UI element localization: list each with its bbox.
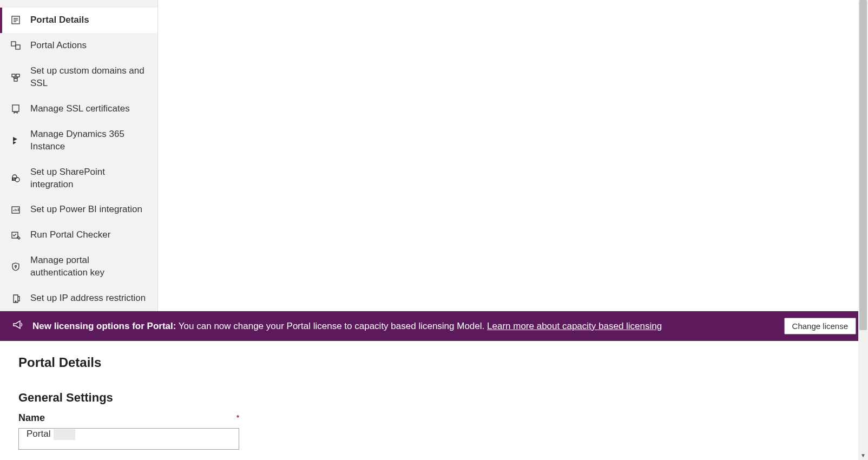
scrollbar-thumb[interactable] <box>859 0 867 330</box>
svg-rect-4 <box>11 42 16 46</box>
svg-rect-13 <box>12 105 19 111</box>
sidebar-item-label: Run Portal Checker <box>26 229 147 241</box>
ip-restriction-icon <box>11 294 26 304</box>
banner-bold: New licensing options for Portal: <box>32 321 176 331</box>
sidebar-item-label: Set up custom domains and SSL <box>26 65 147 90</box>
shield-icon <box>11 262 26 272</box>
sidebar-item-portal-details[interactable]: Portal Details <box>0 8 157 33</box>
details-icon <box>11 15 26 25</box>
required-star-icon: * <box>236 413 239 422</box>
svg-point-15 <box>15 178 19 182</box>
sidebar-item-powerbi[interactable]: Set up Power BI integration <box>0 197 157 222</box>
sidebar-item-custom-domains[interactable]: Set up custom domains and SSL <box>0 58 157 96</box>
sidebar-item-label: Manage SSL certificates <box>26 103 147 115</box>
sidebar-item-label: Set up Power BI integration <box>26 203 147 216</box>
sidebar-item-dynamics-instance[interactable]: Manage Dynamics 365 Instance <box>0 122 157 160</box>
sidebar-item-portal-actions[interactable]: Portal Actions <box>0 33 157 58</box>
megaphone-icon <box>12 319 24 333</box>
main-content: New licensing options for Portal: You ca… <box>0 311 868 460</box>
banner-body: You can now change your Portal license t… <box>176 321 487 331</box>
general-settings-title: General Settings <box>18 391 850 405</box>
sidebar-item-label: Set up SharePoint integration <box>26 166 147 191</box>
name-input[interactable]: Portal <box>18 428 239 450</box>
dynamics-icon <box>11 136 26 146</box>
checker-icon <box>11 231 26 240</box>
redacted-block <box>54 429 75 440</box>
svg-rect-7 <box>16 74 19 77</box>
sharepoint-icon: S <box>11 174 26 183</box>
sidebar: Portal Details Portal Actions Set up cus… <box>0 0 158 311</box>
sidebar-item-label: Portal Actions <box>26 40 147 52</box>
svg-point-24 <box>15 266 17 267</box>
name-label: Name * <box>18 412 239 424</box>
actions-icon <box>11 41 26 50</box>
sidebar-item-sharepoint[interactable]: S Set up SharePoint integration <box>0 160 157 198</box>
svg-rect-8 <box>14 78 17 81</box>
powerbi-icon <box>11 205 26 215</box>
scroll-down-arrow-icon[interactable]: ▼ <box>858 450 868 460</box>
vertical-scrollbar[interactable]: ▼ <box>858 0 868 460</box>
certificate-icon <box>11 104 26 114</box>
sidebar-item-portal-checker[interactable]: Run Portal Checker <box>0 222 157 248</box>
domains-icon <box>11 73 26 82</box>
sidebar-item-label: Manage Dynamics 365 Instance <box>26 128 147 153</box>
sidebar-item-auth-key[interactable]: Manage portal authentication key <box>0 248 157 286</box>
sidebar-item-label: Set up IP address restriction <box>26 292 147 305</box>
svg-rect-6 <box>12 74 15 77</box>
page-title: Portal Details <box>18 355 850 370</box>
sidebar-item-ip-restriction[interactable]: Set up IP address restriction <box>0 286 157 311</box>
banner-text: New licensing options for Portal: You ca… <box>32 321 775 332</box>
sidebar-item-label: Portal Details <box>26 14 147 27</box>
licensing-banner: New licensing options for Portal: You ca… <box>0 311 868 341</box>
change-license-button[interactable]: Change license <box>784 318 856 334</box>
svg-rect-5 <box>16 45 20 49</box>
svg-point-26 <box>15 301 16 302</box>
sidebar-item-label: Manage portal authentication key <box>26 254 147 279</box>
sidebar-item-ssl-certificates[interactable]: Manage SSL certificates <box>0 96 157 122</box>
banner-link[interactable]: Learn more about capacity based licensin… <box>487 321 662 331</box>
content-area: Portal Details General Settings Name * P… <box>0 341 868 460</box>
